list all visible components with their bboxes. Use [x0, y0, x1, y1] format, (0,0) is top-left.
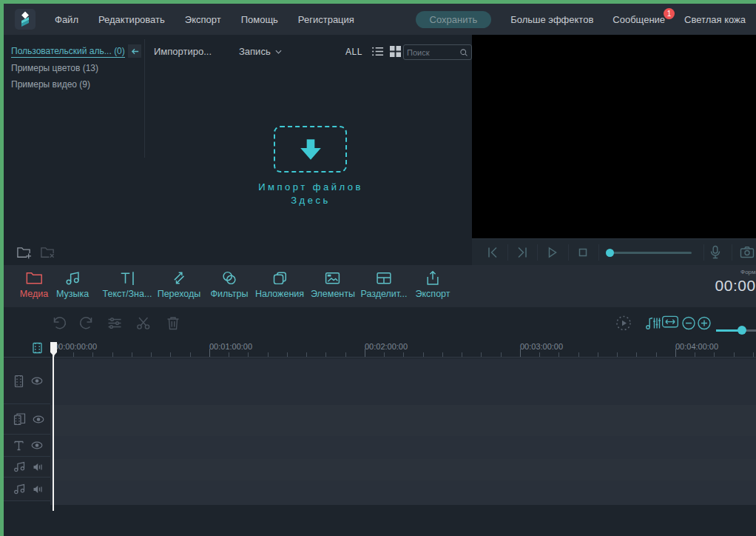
import-dropzone[interactable] — [274, 126, 347, 172]
search-box[interactable] — [403, 44, 472, 60]
timeline-ruler[interactable]: 00:00:00:00 00:01:00:00 00:02:00:00 00:0… — [4, 339, 756, 358]
seek-slider-knob[interactable] — [606, 249, 614, 257]
split-screen-icon — [376, 270, 393, 286]
filter-all-label[interactable]: ALL — [345, 47, 362, 57]
media-library-panel: Пользовательский аль... (0) Примеры цвет… — [4, 35, 472, 265]
undo-icon[interactable] — [51, 315, 68, 332]
menu-edit[interactable]: Редактировать — [98, 14, 165, 25]
play-button[interactable] — [544, 244, 560, 261]
asset-tabs-row: Медиа Музыка Текст/Зна... Переходы Фильт… — [4, 265, 756, 307]
track-lane-audio-2[interactable] — [50, 480, 756, 505]
sidebar-divider — [144, 39, 145, 158]
dropzone-text-line1: Импорт файлов — [215, 181, 407, 192]
album-sample-video[interactable]: Примеры видео (9) — [11, 79, 90, 90]
music-note-icon — [64, 270, 81, 286]
list-view-icon[interactable] — [371, 45, 384, 58]
previous-frame-button[interactable] — [485, 244, 501, 261]
eye-icon[interactable] — [31, 441, 43, 449]
messages-label: Сообщение — [612, 14, 665, 25]
menu-file[interactable]: Файл — [55, 14, 78, 25]
playhead-line[interactable] — [53, 355, 54, 511]
tab-export[interactable]: Экспорт — [416, 270, 450, 299]
frame-marker-icon[interactable] — [32, 342, 43, 354]
render-preview-icon[interactable] — [615, 315, 632, 332]
folder-icon — [26, 270, 43, 286]
stop-button[interactable] — [575, 244, 591, 261]
microphone-icon[interactable] — [707, 244, 723, 261]
menubar: Файл Редактировать Экспорт Помощь Регист… — [4, 4, 756, 35]
tab-music[interactable]: Музыка — [56, 270, 89, 299]
more-effects-link[interactable]: Больше эффектов — [510, 14, 593, 25]
tab-overlays[interactable]: Наложения — [255, 270, 304, 299]
import-menu-button[interactable]: Импортиро... — [154, 46, 212, 57]
trash-icon[interactable] — [165, 315, 182, 332]
app-window-frame: Файл Редактировать Экспорт Помощь Регист… — [0, 0, 756, 536]
track-lane-text[interactable] — [50, 436, 756, 459]
adjust-icon[interactable] — [107, 315, 124, 332]
menubar-right: Сохранить Больше эффектов Сообщение 1 Св… — [416, 11, 756, 28]
fit-to-timeline-icon[interactable] — [662, 315, 679, 332]
zoom-in-icon[interactable] — [696, 315, 713, 332]
preview-panel — [472, 35, 756, 265]
app-root: Файл Редактировать Экспорт Помощь Регист… — [4, 4, 756, 536]
speaker-icon[interactable] — [33, 485, 44, 494]
timeline-zoom-slider[interactable] — [716, 329, 756, 332]
track-lane-video[interactable] — [50, 358, 756, 405]
grid-view-icon[interactable] — [389, 45, 402, 58]
text-tool-icon — [119, 270, 136, 286]
audio-track-icon — [13, 461, 26, 472]
album-tools — [16, 245, 55, 261]
track-header-text — [4, 435, 50, 457]
seek-slider[interactable] — [607, 252, 692, 254]
record-menu-button[interactable]: Запись — [239, 46, 282, 57]
ruler-major-ticks — [54, 349, 756, 357]
timecode-display: 00:00: — [715, 277, 756, 295]
next-frame-button[interactable] — [514, 244, 530, 261]
preview-video-area — [472, 35, 756, 238]
eye-icon[interactable] — [33, 415, 44, 423]
menu-export[interactable]: Экспорт — [185, 14, 221, 25]
eye-icon[interactable] — [31, 377, 43, 385]
skin-link[interactable]: Светлая кожа — [684, 14, 746, 25]
messages-link[interactable]: Сообщение 1 — [612, 14, 665, 25]
status-block: Форма 00:00: — [715, 269, 756, 295]
track-lane-pip[interactable] — [50, 405, 756, 436]
export-icon — [425, 270, 442, 286]
collapse-sidebar-button[interactable] — [128, 44, 141, 58]
tab-split-screen[interactable]: Разделит... — [360, 270, 407, 299]
save-button[interactable]: Сохранить — [416, 11, 492, 28]
menu-register[interactable]: Регистрация — [298, 14, 354, 25]
delete-album-icon[interactable] — [40, 245, 55, 261]
timeline-tracks — [4, 358, 756, 536]
scissors-icon[interactable] — [135, 315, 152, 332]
track-headers — [4, 358, 50, 501]
message-count-badge: 1 — [664, 8, 675, 19]
transitions-icon — [170, 270, 187, 286]
speaker-icon[interactable] — [33, 463, 44, 472]
search-input[interactable] — [407, 48, 459, 57]
audio-mixer-icon[interactable] — [645, 315, 662, 332]
track-lanes — [50, 358, 756, 505]
camera-snapshot-icon[interactable] — [739, 244, 755, 261]
zoom-out-icon[interactable] — [681, 315, 698, 332]
album-sample-colors[interactable]: Примеры цветов (13) — [11, 63, 98, 73]
audio-track-icon — [13, 483, 26, 495]
tab-media[interactable]: Медиа — [20, 270, 48, 299]
pip-track-icon — [13, 412, 26, 426]
tab-elements[interactable]: Элементы — [311, 270, 355, 299]
track-header-video — [4, 358, 50, 404]
filters-icon — [220, 270, 237, 286]
track-lane-audio-1[interactable] — [50, 459, 756, 480]
tab-text[interactable]: Текст/Зна... — [103, 270, 152, 299]
menu-help[interactable]: Помощь — [241, 14, 278, 25]
add-album-icon[interactable] — [16, 245, 32, 261]
album-user[interactable]: Пользовательский аль... (0) — [11, 46, 125, 58]
tab-filters[interactable]: Фильтры — [211, 270, 249, 299]
track-header-audio-2 — [4, 478, 50, 501]
overlays-icon — [271, 270, 288, 286]
tab-transitions[interactable]: Переходы — [158, 270, 201, 299]
app-logo-icon — [15, 9, 36, 30]
track-header-audio-1 — [4, 457, 50, 478]
timeline-zoom-knob[interactable] — [738, 326, 746, 335]
redo-icon[interactable] — [78, 315, 95, 332]
